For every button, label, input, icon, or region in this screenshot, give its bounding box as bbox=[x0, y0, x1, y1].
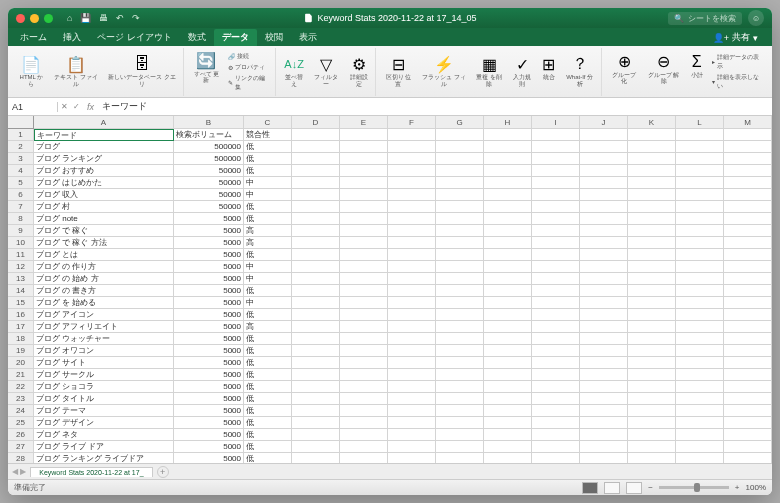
cell[interactable] bbox=[724, 177, 772, 189]
row-header[interactable]: 26 bbox=[8, 429, 34, 441]
group-button[interactable]: ⊕グループ 化 bbox=[607, 52, 642, 92]
row-header[interactable]: 7 bbox=[8, 201, 34, 213]
cell[interactable] bbox=[436, 237, 484, 249]
cell[interactable] bbox=[340, 309, 388, 321]
cell[interactable] bbox=[580, 165, 628, 177]
cell[interactable] bbox=[484, 393, 532, 405]
cell[interactable] bbox=[292, 129, 340, 141]
cell[interactable] bbox=[724, 165, 772, 177]
cell[interactable] bbox=[340, 225, 388, 237]
cell[interactable] bbox=[388, 273, 436, 285]
cell[interactable] bbox=[580, 345, 628, 357]
cell[interactable] bbox=[724, 249, 772, 261]
cell[interactable] bbox=[532, 141, 580, 153]
row-header[interactable]: 17 bbox=[8, 321, 34, 333]
cell[interactable] bbox=[628, 381, 676, 393]
cell[interactable] bbox=[292, 417, 340, 429]
cell[interactable]: 5000 bbox=[174, 405, 244, 417]
cell[interactable] bbox=[628, 189, 676, 201]
cell[interactable] bbox=[436, 273, 484, 285]
cell[interactable]: 5000 bbox=[174, 249, 244, 261]
cell[interactable] bbox=[724, 369, 772, 381]
cell[interactable] bbox=[532, 345, 580, 357]
cell[interactable] bbox=[436, 333, 484, 345]
cell[interactable] bbox=[340, 189, 388, 201]
cell[interactable] bbox=[628, 129, 676, 141]
cell[interactable] bbox=[436, 177, 484, 189]
cell[interactable] bbox=[388, 165, 436, 177]
cell[interactable] bbox=[388, 441, 436, 453]
subtotal-button[interactable]: Σ小計 bbox=[686, 52, 708, 92]
show-detail-button[interactable]: ▸詳細データの表示 bbox=[710, 52, 765, 72]
cell[interactable] bbox=[484, 273, 532, 285]
col-header-M[interactable]: M bbox=[724, 116, 772, 129]
zoom-slider[interactable] bbox=[659, 486, 729, 489]
cell[interactable] bbox=[292, 213, 340, 225]
cell[interactable]: 50000 bbox=[174, 201, 244, 213]
tab-データ[interactable]: データ bbox=[214, 29, 257, 46]
row-header[interactable]: 28 bbox=[8, 453, 34, 463]
cell[interactable] bbox=[676, 417, 724, 429]
cell[interactable]: 競合性 bbox=[244, 129, 292, 141]
cell[interactable] bbox=[724, 417, 772, 429]
cell[interactable] bbox=[340, 345, 388, 357]
row-header[interactable]: 2 bbox=[8, 141, 34, 153]
from-html-button[interactable]: 📄HTML から bbox=[15, 54, 48, 88]
cell[interactable] bbox=[676, 141, 724, 153]
cell[interactable] bbox=[580, 153, 628, 165]
cell[interactable] bbox=[484, 357, 532, 369]
cell[interactable] bbox=[532, 417, 580, 429]
redo-icon[interactable]: ↷ bbox=[132, 13, 140, 23]
cell[interactable] bbox=[388, 153, 436, 165]
cell[interactable] bbox=[676, 261, 724, 273]
cell[interactable] bbox=[340, 441, 388, 453]
cell[interactable]: ブログ の 作り方 bbox=[34, 261, 174, 273]
row-header[interactable]: 20 bbox=[8, 357, 34, 369]
cell[interactable] bbox=[388, 249, 436, 261]
cell[interactable]: 高 bbox=[244, 237, 292, 249]
row-header[interactable]: 14 bbox=[8, 285, 34, 297]
cell[interactable] bbox=[532, 177, 580, 189]
cell[interactable] bbox=[628, 417, 676, 429]
cell[interactable] bbox=[292, 201, 340, 213]
cell[interactable]: 500000 bbox=[174, 141, 244, 153]
cell[interactable] bbox=[388, 237, 436, 249]
cell[interactable]: 低 bbox=[244, 285, 292, 297]
cell[interactable] bbox=[340, 417, 388, 429]
page-layout-view-button[interactable] bbox=[604, 482, 620, 494]
cell[interactable] bbox=[436, 321, 484, 333]
cell[interactable]: ブログ の 始め 方 bbox=[34, 273, 174, 285]
cell[interactable]: 中 bbox=[244, 261, 292, 273]
cell[interactable] bbox=[436, 441, 484, 453]
cell[interactable] bbox=[676, 393, 724, 405]
cell[interactable] bbox=[484, 321, 532, 333]
cell[interactable]: キーワード bbox=[34, 129, 174, 141]
cell[interactable]: 低 bbox=[244, 441, 292, 453]
cell[interactable] bbox=[388, 261, 436, 273]
cell[interactable] bbox=[724, 129, 772, 141]
cell[interactable]: 5000 bbox=[174, 417, 244, 429]
cell[interactable] bbox=[484, 369, 532, 381]
col-header-D[interactable]: D bbox=[292, 116, 340, 129]
cell[interactable] bbox=[580, 357, 628, 369]
cell[interactable] bbox=[292, 405, 340, 417]
cell[interactable] bbox=[628, 321, 676, 333]
cell[interactable] bbox=[532, 165, 580, 177]
row-header[interactable]: 18 bbox=[8, 333, 34, 345]
row-header[interactable]: 6 bbox=[8, 189, 34, 201]
cell[interactable] bbox=[676, 357, 724, 369]
cell[interactable] bbox=[292, 369, 340, 381]
cell[interactable] bbox=[292, 357, 340, 369]
fx-icon[interactable]: fx bbox=[83, 102, 98, 112]
cell[interactable] bbox=[580, 417, 628, 429]
cell[interactable] bbox=[484, 129, 532, 141]
cell[interactable]: 低 bbox=[244, 429, 292, 441]
cell[interactable] bbox=[724, 381, 772, 393]
cell[interactable] bbox=[484, 285, 532, 297]
cell[interactable]: ブログ note bbox=[34, 213, 174, 225]
cell[interactable] bbox=[388, 321, 436, 333]
cell[interactable]: 中 bbox=[244, 177, 292, 189]
cell[interactable] bbox=[388, 453, 436, 463]
cell[interactable] bbox=[724, 453, 772, 463]
cell[interactable] bbox=[628, 249, 676, 261]
